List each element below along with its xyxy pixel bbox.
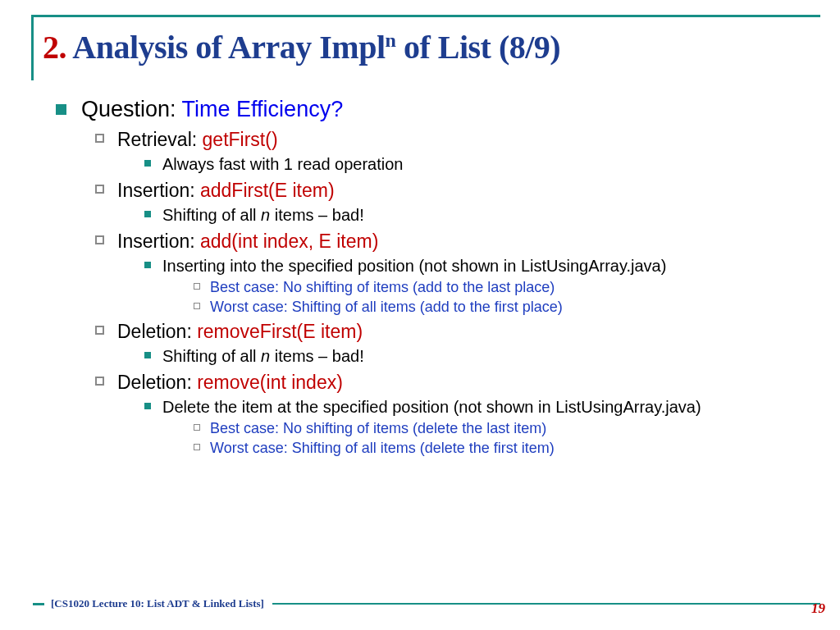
detail-text: Always fast with 1 read operation bbox=[162, 154, 404, 175]
footer-line bbox=[272, 603, 820, 605]
hollow-square-icon bbox=[95, 326, 104, 335]
small-square-icon bbox=[144, 211, 151, 217]
detail-line: Always fast with 1 read operation bbox=[144, 154, 815, 175]
hollow-square-icon bbox=[95, 377, 104, 386]
op-retrieval: Retrieval: getFirst() bbox=[95, 129, 815, 151]
footer-dash-icon bbox=[33, 603, 44, 605]
detail-line: Delete the item at the specified positio… bbox=[144, 397, 815, 418]
op-text: Deletion: removeFirst(E item) bbox=[117, 321, 363, 343]
op-text: Retrieval: getFirst() bbox=[117, 129, 278, 151]
detail-italic: n bbox=[261, 206, 275, 224]
case-text: Worst case: Shifting of all items (delet… bbox=[210, 440, 555, 457]
small-square-icon bbox=[144, 352, 151, 358]
detail-post: items – bad! bbox=[275, 347, 364, 365]
slide-body: Question: Time Efficiency? Retrieval: ge… bbox=[56, 97, 815, 458]
op-label: Insertion: bbox=[117, 231, 200, 252]
question-blue: Time Efficiency? bbox=[182, 97, 344, 121]
hollow-small-square-icon bbox=[194, 303, 200, 309]
op-label: Deletion: bbox=[117, 321, 197, 342]
detail-text: Shifting of all n items – bad! bbox=[162, 205, 364, 226]
detail-text: Delete the item at the specified positio… bbox=[162, 397, 701, 418]
hollow-square-icon bbox=[95, 185, 104, 194]
hollow-square-icon bbox=[95, 134, 104, 143]
small-square-icon bbox=[144, 403, 151, 409]
frame-top-border bbox=[31, 15, 820, 17]
case-line: Best case: No shifting of items (delete … bbox=[194, 420, 815, 437]
hollow-small-square-icon bbox=[194, 283, 200, 290]
op-label: Retrieval: bbox=[117, 129, 203, 150]
case-line: Best case: No shifting of items (add to … bbox=[194, 279, 815, 296]
case-text: Best case: No shifting of items (delete … bbox=[210, 420, 546, 437]
footer-bar: [CS1020 Lecture 10: List ADT & Linked Li… bbox=[33, 597, 820, 610]
op-insert-first: Insertion: addFirst(E item) bbox=[95, 180, 815, 202]
detail-line: Shifting of all n items – bad! bbox=[144, 205, 815, 226]
question-text: Question: Time Efficiency? bbox=[81, 97, 343, 122]
detail-text: Inserting into the specified position (n… bbox=[162, 256, 666, 276]
op-method: remove(int index) bbox=[197, 372, 343, 393]
small-square-icon bbox=[144, 160, 151, 167]
detail-line: Inserting into the specified position (n… bbox=[144, 256, 815, 276]
title-superscript: n bbox=[386, 30, 396, 51]
op-text: Deletion: remove(int index) bbox=[117, 372, 343, 394]
hollow-square-icon bbox=[95, 235, 104, 244]
case-text: Worst case: Shifting of all items (add t… bbox=[210, 299, 563, 316]
small-square-icon bbox=[144, 262, 151, 268]
op-insert-index: Insertion: add(int index, E item) bbox=[95, 231, 815, 253]
title-text-b: of List (8/9) bbox=[395, 29, 560, 66]
case-text: Best case: No shifting of items (add to … bbox=[210, 279, 555, 296]
question-prefix: Question: bbox=[81, 97, 182, 121]
op-remove-first: Deletion: removeFirst(E item) bbox=[95, 321, 815, 343]
case-line: Worst case: Shifting of all items (delet… bbox=[194, 440, 815, 457]
detail-pre: Shifting of all bbox=[162, 206, 261, 224]
title-number: 2. bbox=[43, 29, 66, 66]
square-bullet-icon bbox=[56, 104, 66, 115]
op-method: add(int index, E item) bbox=[200, 231, 378, 252]
hollow-small-square-icon bbox=[194, 424, 200, 431]
question-line: Question: Time Efficiency? bbox=[56, 97, 815, 122]
detail-line: Shifting of all n items – bad! bbox=[144, 346, 815, 367]
frame-left-border bbox=[31, 15, 34, 80]
detail-text: Shifting of all n items – bad! bbox=[162, 346, 364, 367]
title-text-a: Analysis of Array Impl bbox=[66, 29, 386, 66]
op-label: Deletion: bbox=[117, 372, 197, 393]
page-number: 19 bbox=[811, 600, 825, 617]
hollow-small-square-icon bbox=[194, 444, 200, 450]
op-method: addFirst(E item) bbox=[200, 180, 335, 201]
detail-pre: Shifting of all bbox=[162, 347, 261, 365]
op-remove-index: Deletion: remove(int index) bbox=[95, 372, 815, 394]
op-text: Insertion: add(int index, E item) bbox=[117, 231, 378, 253]
op-label: Insertion: bbox=[117, 180, 200, 201]
case-line: Worst case: Shifting of all items (add t… bbox=[194, 299, 815, 316]
op-method: removeFirst(E item) bbox=[197, 321, 363, 342]
detail-post: items – bad! bbox=[275, 206, 364, 224]
op-text: Insertion: addFirst(E item) bbox=[117, 180, 335, 202]
detail-italic: n bbox=[261, 347, 275, 365]
op-method: getFirst() bbox=[203, 129, 278, 150]
slide-title: 2. Analysis of Array Impln of List (8/9) bbox=[43, 28, 560, 66]
footer-text: [CS1020 Lecture 10: List ADT & Linked Li… bbox=[51, 597, 264, 610]
